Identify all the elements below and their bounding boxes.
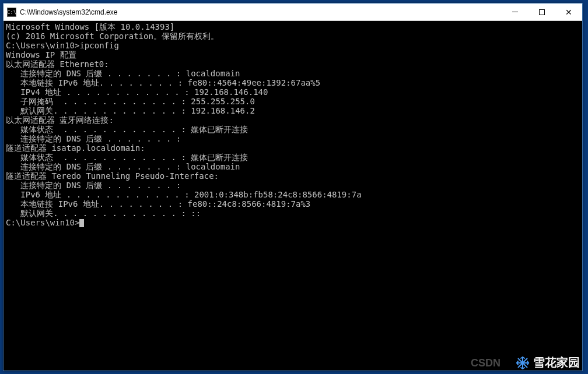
window-title: C:\Windows\system32\cmd.exe [20, 8, 117, 16]
terminal-line: 隧道适配器 Teredo Tunneling Pseudo-Interface: [6, 171, 580, 181]
terminal-area[interactable]: Microsoft Windows [版本 10.0.14393](c) 201… [4, 21, 582, 371]
watermark-csdn: CSDN [471, 357, 501, 369]
terminal-line: 媒体状态 . . . . . . . . . . . . : 媒体已断开连接 [6, 153, 580, 162]
watermark-brand: 雪花家园 [516, 355, 580, 371]
titlebar-buttons: ✕ [502, 3, 582, 20]
terminal-line: 子网掩码 . . . . . . . . . . . . : 255.255.2… [6, 97, 580, 106]
terminal-line: 连接特定的 DNS 后缀 . . . . . . . : [6, 181, 580, 190]
terminal-line: Windows IP 配置 [6, 50, 580, 59]
terminal-line: C:\Users\win10> [6, 218, 580, 227]
close-button[interactable]: ✕ [555, 3, 582, 20]
close-icon: ✕ [565, 8, 572, 16]
cmd-icon: C:\ [7, 8, 16, 17]
terminal-line: 本地链接 IPv6 地址. . . . . . . . : fe80::24c8… [6, 199, 580, 209]
cursor [79, 219, 84, 227]
terminal-line: 连接特定的 DNS 后缀 . . . . . . . : [6, 134, 580, 143]
minimize-icon [512, 12, 518, 12]
terminal-line: IPv4 地址 . . . . . . . . . . . . : 192.16… [6, 87, 580, 97]
maximize-icon [539, 9, 545, 15]
terminal-line: 连接特定的 DNS 后缀 . . . . . . . : localdomain [6, 69, 580, 78]
terminal-line: 隧道适配器 isatap.localdomain: [6, 143, 580, 153]
titlebar[interactable]: C:\ C:\Windows\system32\cmd.exe ✕ [4, 3, 582, 21]
terminal-line: 连接特定的 DNS 后缀 . . . . . . . : localdomain [6, 162, 580, 171]
terminal-line: IPv6 地址 . . . . . . . . . . . . : 2001:0… [6, 190, 580, 199]
snowflake-icon [516, 356, 530, 370]
terminal-line: (c) 2016 Microsoft Corporation。保留所有权利。 [6, 31, 580, 41]
maximize-button[interactable] [528, 3, 555, 20]
terminal-line: 媒体状态 . . . . . . . . . . . . : 媒体已断开连接 [6, 125, 580, 134]
cmd-icon-label: C:\ [7, 9, 16, 15]
terminal-line: 默认网关. . . . . . . . . . . . . : :: [6, 209, 580, 218]
cmd-window: C:\ C:\Windows\system32\cmd.exe ✕ Micros… [3, 3, 583, 371]
terminal-line: 默认网关. . . . . . . . . . . . . : 192.168.… [6, 106, 580, 115]
minimize-button[interactable] [502, 3, 528, 20]
terminal-line: 以太网适配器 蓝牙网络连接: [6, 115, 580, 125]
terminal-line: 本地链接 IPv6 地址. . . . . . . . : fe80::4564… [6, 78, 580, 87]
watermark-brand-text: 雪花家园 [533, 355, 580, 371]
terminal-line: Microsoft Windows [版本 10.0.14393] [6, 22, 580, 31]
terminal-line: 以太网适配器 Ethernet0: [6, 59, 580, 69]
terminal-line: C:\Users\win10>ipconfig [6, 41, 580, 50]
